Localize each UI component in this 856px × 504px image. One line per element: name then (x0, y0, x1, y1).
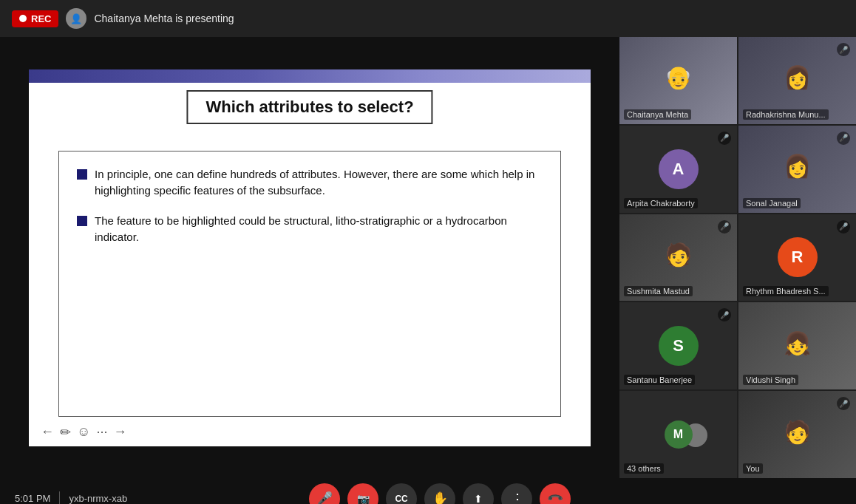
slide-bullet-2-text: The feature to be highlighted could be s… (95, 213, 543, 246)
presenter-avatar: 👤 (66, 8, 86, 29)
chaitanya-name: Chaitanya Mehta (624, 109, 691, 120)
sushmita-mute-icon: 🎤 (718, 220, 731, 234)
nav-dots[interactable]: ··· (96, 424, 107, 440)
top-bar: REC 👤 Chaitanya Mehta is presenting (0, 0, 856, 37)
participant-tile-sonal: 🎤 👩 Sonal Janagal (738, 126, 856, 213)
participant-tile-rhythm: 🎤 R Rhythm Bhadresh S... (738, 214, 856, 302)
slide-nav-bar: ← ✏ ☺ ··· → (41, 424, 126, 440)
rec-dot (19, 15, 27, 22)
arpita-name: Arpita Chakraborty (624, 198, 698, 208)
participants-sidebar: 👴 Chaitanya Mehta 🎤 👩 Radhakrishna Munu.… (619, 37, 856, 478)
participant-tile-arpita: 🎤 A Arpita Chakraborty (619, 126, 737, 213)
nav-smiley[interactable]: ☺ (77, 424, 90, 440)
bullet-icon-1 (77, 169, 87, 180)
reactions-icon: ✋ (432, 491, 448, 504)
slide-title: Which attributes to select? (205, 98, 413, 116)
you-name: You (743, 463, 763, 474)
bottom-left: 5:01 PM yxb-nrmx-xab (15, 491, 127, 505)
nav-arrow-right[interactable]: → (113, 424, 126, 440)
slide-header-bar (29, 69, 591, 83)
sonal-mute-icon: 🎤 (837, 132, 850, 145)
mute-button[interactable]: 🎤 (309, 483, 340, 505)
others-name: 43 others (624, 463, 664, 474)
rhythm-avatar: R (778, 237, 818, 277)
slide-area: Which attributes to select? In principle… (0, 37, 619, 478)
slide-container: Which attributes to select? In principle… (29, 69, 591, 446)
santanu-name: Santanu Banerjee (624, 375, 695, 385)
slide-title-box: Which attributes to select? (186, 90, 432, 124)
others-multi-avatar: M (665, 420, 693, 449)
slide-content: In principle, one can define hundreds of… (58, 151, 561, 417)
radhakrishna-mute-icon: 🎤 (837, 43, 850, 56)
chaitanya-photo: 👴 (619, 37, 737, 118)
radhakrishna-name: Radhakrishna Munu... (743, 109, 829, 120)
more-icon: ⋮ (510, 490, 523, 505)
bottom-bar: 5:01 PM yxb-nrmx-xab 🎤 📷 CC ✋ ⬆ ⋮ 📞 (0, 478, 856, 504)
vidushi-name: Vidushi Singh (743, 375, 798, 385)
share-button[interactable]: ⬆ (463, 483, 494, 505)
cc-button[interactable]: CC (386, 483, 417, 505)
time-display: 5:01 PM (15, 493, 50, 504)
participant-tile-you: 🎤 🧑 You (738, 391, 856, 478)
sushmita-name: Sushmita Mastud (624, 286, 693, 296)
bottom-controls: 🎤 📷 CC ✋ ⬆ ⋮ 📞 (309, 483, 571, 505)
sonal-name: Sonal Janagal (743, 198, 801, 208)
santanu-avatar: S (659, 326, 699, 366)
participant-tile-vidushi: 👧 Vidushi Singh (738, 302, 856, 389)
bullet-icon-2 (77, 216, 87, 226)
nav-arrow-left[interactable]: ← (41, 424, 54, 440)
nav-pencil[interactable]: ✏ (60, 424, 71, 440)
video-icon: 📷 (357, 493, 370, 505)
others-avatar-1: M (665, 420, 693, 449)
more-button[interactable]: ⋮ (501, 483, 532, 505)
rec-label: REC (31, 13, 51, 24)
rhythm-name: Rhythm Bhadresh S... (743, 286, 829, 296)
end-call-button[interactable]: 📞 (540, 483, 571, 505)
video-button[interactable]: 📷 (347, 483, 378, 505)
rec-badge: REC (12, 10, 58, 27)
slide-bullet-1-text: In principle, one can define hundreds of… (95, 166, 543, 200)
meeting-id: yxb-nrmx-xab (69, 493, 127, 504)
slide-bullet-2: The feature to be highlighted could be s… (77, 213, 543, 246)
participant-tile-chaitanya: 👴 Chaitanya Mehta (619, 37, 737, 124)
reactions-button[interactable]: ✋ (424, 483, 455, 505)
mute-icon: 🎤 (317, 491, 333, 504)
cc-icon: CC (395, 494, 407, 504)
slide-bullet-1: In principle, one can define hundreds of… (77, 166, 543, 200)
participant-tile-radhakrishna: 🎤 👩 Radhakrishna Munu... (738, 37, 856, 124)
share-icon: ⬆ (474, 493, 483, 505)
presenting-text: Chaitanya Mehta is presenting (94, 13, 234, 24)
participant-tile-santanu: 🎤 S Santanu Banerjee (619, 302, 737, 389)
vidushi-photo: 👧 (738, 302, 856, 384)
main-area: Which attributes to select? In principle… (0, 37, 856, 478)
participant-tile-sushmita: 🎤 🧑 Sushmita Mastud (619, 214, 737, 302)
divider (59, 491, 60, 505)
participant-tile-others: M 43 others (619, 391, 737, 478)
arpita-avatar: A (659, 149, 699, 189)
end-call-icon: 📞 (546, 490, 563, 504)
